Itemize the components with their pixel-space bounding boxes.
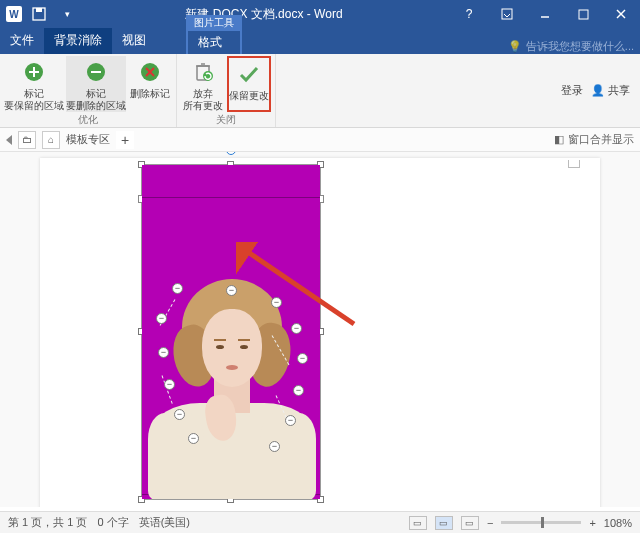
- template-zone-label[interactable]: 模板专区: [66, 132, 110, 147]
- remove-mark-icon: −: [156, 313, 167, 324]
- language-status[interactable]: 英语(美国): [139, 515, 190, 530]
- ribbon-group-close: 放弃 所有更改 保留更改 关闭: [177, 54, 276, 127]
- remove-mark-icon: −: [172, 283, 183, 294]
- checkmark-icon: [235, 60, 263, 88]
- app-logo: W: [6, 6, 22, 22]
- portrait-illustration: [148, 279, 316, 499]
- remove-mark-icon: −: [158, 347, 169, 358]
- secondary-bar: 🗀 ⌂ 模板专区 + ◧ 窗口合并显示: [0, 128, 640, 152]
- margin-marker: [568, 160, 580, 168]
- tab-view[interactable]: 视图: [112, 28, 156, 54]
- svg-rect-1: [36, 8, 42, 12]
- tab-format[interactable]: 格式: [188, 31, 240, 54]
- remove-mark-icon: −: [226, 285, 237, 296]
- qat-dropdown-icon[interactable]: ▾: [56, 3, 78, 25]
- remove-mark-icon: −: [188, 433, 199, 444]
- read-mode-icon[interactable]: ▭: [409, 516, 427, 530]
- panel-merge-icon: ◧: [554, 133, 564, 146]
- tab-file[interactable]: 文件: [0, 28, 44, 54]
- image-content: − − − − − − − − − − − − −: [142, 165, 320, 499]
- share-button[interactable]: 👤共享: [591, 83, 630, 98]
- close-icon[interactable]: [602, 0, 640, 28]
- ribbon-options-icon[interactable]: [488, 0, 526, 28]
- document-canvas[interactable]: − − − − − − − − − − − − −: [0, 152, 640, 507]
- folder-icon[interactable]: 🗀: [18, 131, 36, 149]
- keep-changes-button[interactable]: 保留更改: [227, 56, 271, 112]
- zoom-level[interactable]: 108%: [604, 517, 632, 529]
- remove-mark-icon: −: [269, 441, 280, 452]
- remove-mark-icon: −: [271, 297, 282, 308]
- svg-rect-4: [579, 10, 588, 19]
- minus-circle-icon: [82, 58, 110, 86]
- share-icon: 👤: [591, 84, 605, 97]
- status-bar: 第 1 页，共 1 页 0 个字 英语(美国) ▭ ▭ ▭ − + 108%: [0, 511, 640, 533]
- rotate-handle[interactable]: [226, 152, 236, 155]
- tabs-bar: 文件 背景消除 视图 图片工具 格式 💡 告诉我您想要做什么...: [0, 28, 640, 54]
- ribbon: 标记 要保留的区域 标记 要删除的区域 删除标记 优化 放弃 所有更改: [0, 54, 640, 128]
- word-count[interactable]: 0 个字: [97, 515, 128, 530]
- remove-mark-icon: −: [285, 415, 296, 426]
- marquee-line: [142, 197, 320, 198]
- remove-mark-icon: −: [293, 385, 304, 396]
- delete-mark-icon: [136, 58, 164, 86]
- maximize-icon[interactable]: [564, 0, 602, 28]
- remove-mark-icon: −: [297, 353, 308, 364]
- delete-mark-button[interactable]: 删除标记: [128, 56, 172, 112]
- mark-keep-button[interactable]: 标记 要保留的区域: [4, 56, 64, 112]
- page-info[interactable]: 第 1 页，共 1 页: [8, 515, 87, 530]
- group-label-close: 关闭: [216, 112, 236, 127]
- web-layout-icon[interactable]: ▭: [461, 516, 479, 530]
- nav-prev-icon[interactable]: [6, 135, 12, 145]
- tell-me-search[interactable]: 告诉我您想要做什么...: [526, 39, 634, 54]
- discard-changes-button[interactable]: 放弃 所有更改: [181, 56, 225, 112]
- contextual-group-label: 图片工具: [188, 15, 240, 31]
- discard-icon: [189, 58, 217, 86]
- title-bar: W ▾ 新建 DOCX 文档.docx - Word ?: [0, 0, 640, 28]
- save-icon[interactable]: [28, 3, 50, 25]
- mark-remove-button[interactable]: 标记 要删除的区域: [66, 56, 126, 112]
- zoom-in-button[interactable]: +: [589, 517, 595, 529]
- minimize-icon[interactable]: [526, 0, 564, 28]
- remove-mark-icon: −: [174, 409, 185, 420]
- ribbon-group-optimize: 标记 要保留的区域 标记 要删除的区域 删除标记 优化: [0, 54, 177, 127]
- panel-merge-label[interactable]: 窗口合并显示: [568, 132, 634, 147]
- zoom-slider[interactable]: [501, 521, 581, 524]
- selected-image[interactable]: − − − − − − − − − − − − −: [141, 164, 321, 500]
- plus-circle-icon: [20, 58, 48, 86]
- group-label-optimize: 优化: [78, 112, 98, 127]
- home-icon[interactable]: ⌂: [42, 131, 60, 149]
- zoom-out-button[interactable]: −: [487, 517, 493, 529]
- contextual-tab-group: 图片工具 格式: [186, 15, 242, 54]
- remove-mark-icon: −: [164, 379, 175, 390]
- page: − − − − − − − − − − − − −: [40, 158, 600, 507]
- add-tab-button[interactable]: +: [116, 131, 134, 149]
- lightbulb-icon: 💡: [508, 40, 522, 53]
- login-link[interactable]: 登录: [561, 83, 583, 98]
- tab-background-remove[interactable]: 背景消除: [44, 28, 112, 54]
- remove-mark-icon: −: [291, 323, 302, 334]
- document-title: 新建 DOCX 文档.docx - Word: [78, 6, 450, 23]
- help-icon[interactable]: ?: [450, 0, 488, 28]
- print-layout-icon[interactable]: ▭: [435, 516, 453, 530]
